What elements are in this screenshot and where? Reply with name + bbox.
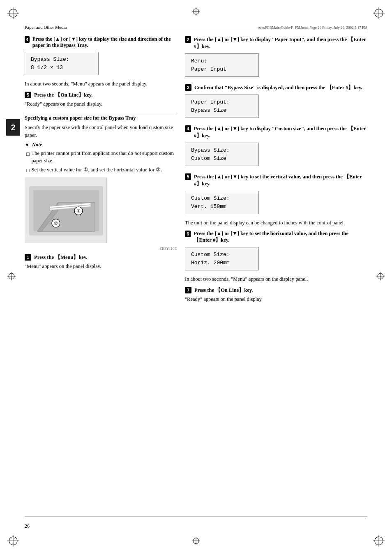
mid-mark-bottom [192,537,200,547]
header: Paper and Other Media AresPGBMaintGuide-… [25,25,367,31]
step-4-number: 4 [25,36,30,43]
right-step-5-number: 5 [185,173,191,180]
step-5-number: 5 [25,92,31,98]
printer-image-container: ② ① ZH8Y110E [25,178,177,251]
right-step-6: 6 Press the [▲] or [▼] key to set the ho… [185,231,367,283]
right-step-6-body: In about two seconds, "Menu" appears on … [185,275,367,283]
right-step-3-title: Confirm that "Bypass Size" is dis­played… [194,84,362,91]
svg-text:①: ① [76,208,81,213]
section-body: Specify the paper size with the control … [25,124,177,139]
lcd-display-5: Custom Size: Vert. 150mm [185,191,259,214]
step-1-body: "Menu" appears on the panel display. [25,263,177,270]
corner-mark-bl [7,535,19,547]
step-4-title: Press the [▲] or [▼] key to dis­play the… [32,36,177,48]
svg-text:②: ② [54,221,58,226]
right-step-3: 3 Confirm that "Bypass Size" is dis­play… [185,84,367,121]
right-step-5: 5 Press the [▲] or [▼] key to set the ve… [185,173,367,226]
mid-mark-top [192,7,200,17]
lcd-display-3: Paper Input: Bypass Size [185,95,259,118]
mid-mark-left [7,272,16,282]
right-step-6-number: 6 [185,231,191,237]
page-number: 26 [25,523,30,529]
content-columns: 4 Press the [▲] or [▼] key to dis­play t… [25,36,367,307]
right-step-4: 4 Press the [▲] or [▼] key to dis­play "… [185,125,367,169]
corner-mark-tl [7,7,19,19]
image-label: ZH8Y110E [25,247,177,251]
section-heading: Specifying a custom paper size for the B… [25,112,177,121]
mid-mark-right [376,272,385,282]
printer-svg: ② ① [25,178,107,243]
right-step-4-number: 4 [185,125,191,132]
left-step-5: 5 Press the 【On Line】key. "Ready" appear… [25,92,177,108]
footer-line [25,517,367,517]
page-inner: Paper and Other Media AresPGBMaintGuide-… [25,25,367,529]
breadcrumb: Paper and Other Media [25,25,67,30]
left-step-1: 1 Press the 【Menu】key. "Menu" appears on… [25,254,177,270]
chapter-tab: 2 [6,119,20,136]
svg-text:✎: ✎ [25,143,28,148]
right-step-2: 2 Press the [▲] or [▼] key to dis­play "… [185,36,367,80]
step-1-title: Press the 【Menu】key. [34,254,88,261]
right-step-7-number: 7 [185,287,191,293]
step-4-body: In about two seconds, "Menu" appears on … [25,80,177,88]
right-step-7: 7 Press the 【On Line】key. "Ready" appear… [185,287,367,303]
right-step-5-body: The unit on the panel display can be cha… [185,219,367,226]
right-step-6-title: Press the [▲] or [▼] key to set the hori… [194,231,367,244]
lcd-display-2: Menu: Paper Input [185,53,259,77]
note-section: ✎ Note □ The printer cannot print from a… [25,142,177,174]
note-icon: ✎ [25,142,30,148]
left-step-4: 4 Press the [▲] or [▼] key to dis­play t… [25,36,177,88]
printer-image: ② ① [25,178,107,243]
step-5-title: Press the 【On Line】key. [34,92,92,99]
right-step-5-title: Press the [▲] or [▼] key to set the vert… [194,173,367,187]
right-step-3-number: 3 [185,84,191,91]
right-step-2-title: Press the [▲] or [▼] key to dis­play "Pa… [194,36,367,50]
note-title: ✎ Note [25,142,177,148]
page: Paper and Other Media AresPGBMaintGuide-… [0,0,392,554]
lcd-display-1: Bypass Size: 8 1/2 × 13 [25,52,99,75]
step-5-body: "Ready" appears on the panel display. [25,100,177,108]
right-column: 2 Press the [▲] or [▼] key to dis­play "… [185,36,367,307]
left-column: 4 Press the [▲] or [▼] key to dis­play t… [25,36,177,307]
corner-mark-tr [373,7,385,19]
right-step-7-body: "Ready" appears on the panel display. [185,295,367,303]
step-1-number: 1 [25,254,31,261]
lcd-display-4: Bypass Size: Custom Size [185,143,259,166]
right-step-7-title: Press the 【On Line】key. [194,287,253,294]
corner-mark-br [373,535,385,547]
right-step-2-number: 2 [185,36,191,43]
note-item-1: □ The printer cannot print from applicat… [25,150,177,164]
lcd-display-6: Custom Size: Horiz. 200mm [185,247,259,270]
note-item-2: □ Set the vertical value for ①, and set … [25,166,177,174]
right-step-4-title: Press the [▲] or [▼] key to dis­play "Cu… [194,125,367,139]
file-info: AresPGBMaintGuide-F_FM.book Page 26 Frid… [258,25,367,30]
